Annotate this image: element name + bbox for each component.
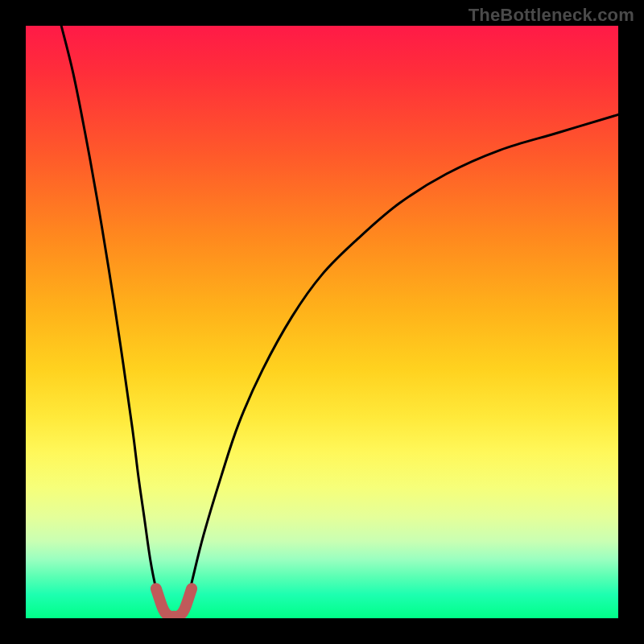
right-branch-path <box>180 114 618 615</box>
watermark-text: TheBottleneck.com <box>469 5 634 26</box>
chart-frame: TheBottleneck.com <box>0 0 644 644</box>
valley-marker-path <box>156 588 192 617</box>
plot-area <box>26 26 618 618</box>
left-branch-path <box>61 26 167 618</box>
curve-layer <box>26 26 618 618</box>
